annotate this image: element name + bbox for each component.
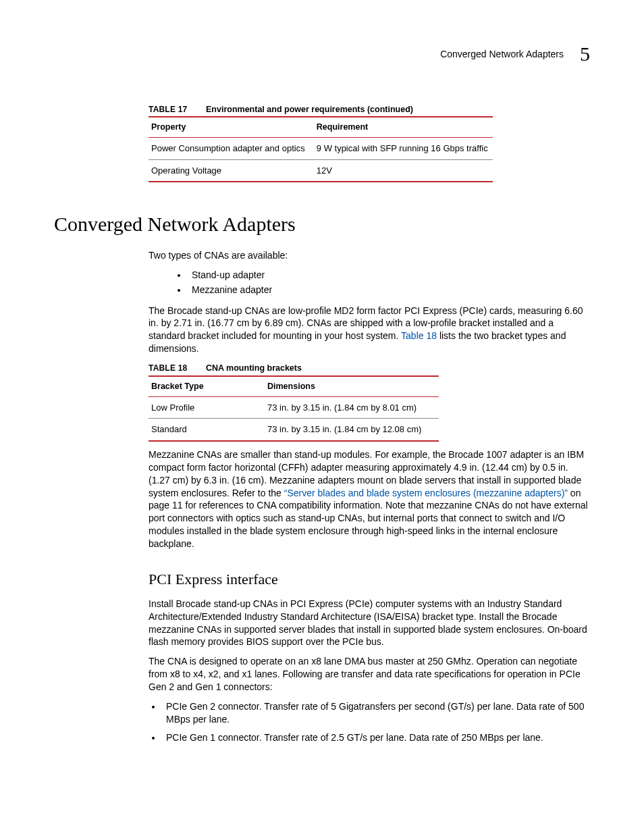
cna-types-list: Stand-up adapter Mezzanine adapter	[149, 269, 590, 296]
server-blades-xref[interactable]: “Server blades and blade system enclosur…	[284, 488, 568, 498]
table-row: Low Profile 73 in. by 3.15 in. (1.84 cm …	[149, 396, 439, 419]
table-cell: 9 W typical with SFP running 16 Gbps tra…	[314, 138, 493, 160]
table-17: Property Requirement Power Consumption a…	[149, 116, 493, 182]
page-header: Converged Network Adapters 5	[54, 41, 590, 68]
table-18-col-bracket: Bracket Type	[149, 376, 265, 396]
table-cell: 73 in. by 3.15 in. (1.84 cm by 8.01 cm)	[265, 396, 439, 419]
table-row: Standard 73 in. by 3.15 in. (1.84 cm by …	[149, 419, 439, 441]
pcie-paragraph-2: The CNA is designed to operate on an x8 …	[149, 655, 590, 694]
mezzanine-paragraph: Mezzanine CNAs are smaller than stand-up…	[149, 448, 590, 550]
running-title: Converged Network Adapters	[440, 48, 564, 61]
table-cell: 73 in. by 3.15 in. (1.84 cm by 12.08 cm)	[265, 419, 439, 441]
list-item: PCIe Gen 2 connector. Transfer rate of 5…	[162, 700, 590, 726]
table-17-col-requirement: Requirement	[314, 117, 493, 137]
list-item: Stand-up adapter	[188, 269, 590, 282]
list-item: Mezzanine adapter	[188, 284, 590, 296]
pcie-spec-list: PCIe Gen 2 connector. Transfer rate of 5…	[149, 700, 590, 744]
standup-paragraph: The Brocade stand-up CNAs are low-profil…	[149, 305, 590, 356]
table-cell: Operating Voltage	[149, 159, 314, 182]
table-row: Power Consumption adapter and optics 9 W…	[149, 138, 493, 160]
table-17-col-property: Property	[149, 117, 314, 137]
table-18-col-dimensions: Dimensions	[265, 376, 439, 396]
table-18-label: TABLE 18	[149, 363, 187, 373]
table-18-caption: TABLE 18 CNA mounting brackets	[149, 362, 590, 374]
table-cell: Standard	[149, 419, 265, 441]
chapter-number: 5	[580, 41, 590, 68]
table-17-label: TABLE 17	[149, 104, 187, 115]
table-17-caption: TABLE 17 Environmental and power require…	[149, 103, 590, 115]
table-cell: Power Consumption adapter and optics	[149, 138, 314, 160]
pcie-heading: PCI Express interface	[149, 569, 590, 590]
table-cell: 12V	[314, 159, 493, 182]
intro-paragraph: Two types of CNAs are available:	[149, 249, 590, 262]
section-heading: Converged Network Adapters	[54, 211, 590, 238]
table-18-title: CNA mounting brackets	[206, 363, 302, 373]
table-18: Bracket Type Dimensions Low Profile 73 i…	[149, 375, 439, 442]
pcie-paragraph-1: Install Brocade stand-up CNAs in PCI Exp…	[149, 598, 590, 649]
table-17-title: Environmental and power requirements (co…	[206, 105, 413, 114]
table-cell: Low Profile	[149, 396, 265, 419]
list-item: PCIe Gen 1 connector. Transfer rate of 2…	[162, 731, 590, 744]
table-row: Operating Voltage 12V	[149, 159, 493, 182]
table-18-xref[interactable]: Table 18	[401, 330, 437, 341]
